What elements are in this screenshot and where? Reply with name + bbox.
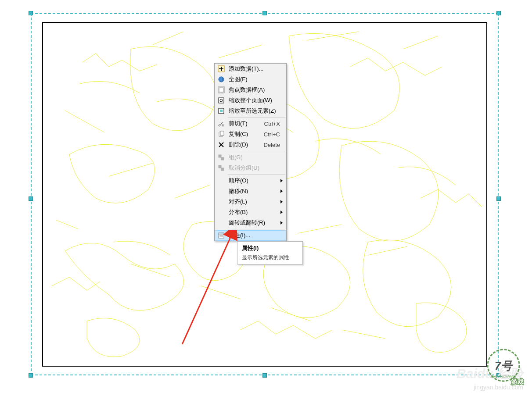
menu-label: 删除(D) bbox=[226, 141, 263, 149]
ungroup-icon bbox=[216, 164, 226, 172]
menu-separator bbox=[228, 151, 285, 151]
menu-ungroup: 取消分组(U) bbox=[215, 163, 286, 173]
menu-label: 焦点数据框(A) bbox=[226, 86, 284, 94]
menu-label: 对齐(L) bbox=[226, 198, 280, 206]
svg-rect-20 bbox=[221, 157, 224, 160]
focus-frame-icon bbox=[216, 86, 226, 94]
menu-separator bbox=[228, 229, 285, 229]
copy-icon bbox=[216, 130, 226, 139]
menu-full-extent[interactable]: 全图(F) bbox=[215, 74, 286, 85]
menu-label: 全图(F) bbox=[226, 75, 284, 83]
svg-rect-7 bbox=[219, 98, 224, 103]
menu-separator bbox=[228, 117, 285, 118]
menu-label: 微移(N) bbox=[226, 187, 280, 195]
menu-group: 组(G) bbox=[215, 152, 286, 163]
submenu-arrow-icon bbox=[280, 179, 283, 182]
svg-text:JIAOYOUXIWANG: JIAOYOUXIWANG bbox=[491, 375, 517, 378]
menu-align[interactable]: 对齐(L) bbox=[215, 196, 286, 207]
menu-distribute[interactable]: 分布(B) bbox=[215, 207, 286, 218]
svg-text:7号: 7号 bbox=[495, 359, 514, 372]
menu-focus-frame[interactable]: 焦点数据框(A) bbox=[215, 85, 286, 95]
menu-label: 缩放至所选元素(Z) bbox=[226, 107, 284, 115]
svg-rect-19 bbox=[219, 155, 221, 157]
selection-handle-nw[interactable] bbox=[29, 11, 33, 15]
menu-copy[interactable]: 复制(C) Ctrl+C bbox=[215, 129, 286, 139]
menu-nudge[interactable]: 微移(N) bbox=[215, 186, 286, 196]
tooltip-title: 属性(I) bbox=[242, 244, 298, 252]
cut-icon bbox=[216, 119, 226, 128]
tooltip: 属性(I) 显示所选元素的属性 bbox=[237, 241, 303, 264]
submenu-arrow-icon bbox=[280, 200, 283, 203]
menu-label: 旋转或翻转(R) bbox=[226, 219, 280, 227]
selection-handle-s[interactable] bbox=[262, 373, 267, 378]
svg-rect-10 bbox=[220, 110, 223, 112]
menu-label: 缩放整个页面(W) bbox=[226, 96, 284, 104]
selection-handle-ne[interactable] bbox=[496, 11, 501, 15]
menu-label: 剪切(T) bbox=[226, 120, 264, 128]
menu-rotate-flip[interactable]: 旋转或翻转(R) bbox=[215, 218, 286, 228]
menu-label: 顺序(O) bbox=[226, 177, 280, 185]
selection-handle-n[interactable] bbox=[262, 11, 267, 15]
menu-zoom-selected[interactable]: 缩放至所选元素(Z) bbox=[215, 106, 286, 116]
zoom-sel-icon bbox=[216, 107, 226, 115]
menu-label: 取消分组(U) bbox=[226, 164, 284, 172]
add-data-icon bbox=[216, 64, 226, 73]
menu-shortcut: Delete bbox=[263, 142, 284, 148]
selection-handle-se[interactable] bbox=[496, 373, 501, 378]
submenu-arrow-icon bbox=[280, 210, 283, 214]
svg-rect-25 bbox=[219, 233, 224, 234]
menu-cut[interactable]: 剪切(T) Ctrl+X bbox=[215, 118, 286, 129]
delete-icon bbox=[216, 140, 226, 149]
svg-point-29 bbox=[488, 350, 519, 381]
selection-handle-w[interactable] bbox=[29, 196, 33, 201]
svg-point-3 bbox=[219, 77, 224, 82]
menu-label: 复制(C) bbox=[226, 130, 264, 138]
menu-label: 添加数据(T)... bbox=[226, 65, 284, 73]
selection-handle-sw[interactable] bbox=[29, 373, 33, 378]
menu-delete[interactable]: 删除(D) Delete bbox=[215, 139, 286, 150]
menu-label: 属性(I)... bbox=[226, 232, 284, 239]
menu-label: 分布(B) bbox=[226, 208, 280, 216]
menu-properties[interactable]: 属性(I)... bbox=[215, 230, 286, 241]
watermark-brand: Baidu 经验 bbox=[457, 365, 523, 383]
selection-handle-e[interactable] bbox=[496, 196, 501, 201]
group-icon bbox=[216, 153, 226, 162]
menu-shortcut: Ctrl+X bbox=[264, 121, 284, 127]
context-menu: 添加数据(T)... 全图(F) 焦点数据框(A) 缩放整个页面(W) 缩放至所… bbox=[214, 63, 287, 241]
submenu-arrow-icon bbox=[280, 221, 283, 225]
tooltip-description: 显示所选元素的属性 bbox=[242, 254, 298, 261]
zoom-page-icon bbox=[216, 96, 226, 105]
menu-order[interactable]: 顺序(O) bbox=[215, 175, 286, 186]
menu-label: 组(G) bbox=[226, 153, 284, 161]
menu-separator bbox=[228, 174, 285, 175]
svg-text:游戏: 游戏 bbox=[511, 378, 524, 385]
properties-icon bbox=[216, 231, 226, 240]
menu-shortcut: Ctrl+C bbox=[264, 131, 284, 138]
menu-add-data[interactable]: 添加数据(T)... bbox=[215, 64, 286, 74]
submenu-arrow-icon bbox=[280, 189, 283, 193]
globe-icon bbox=[216, 75, 226, 84]
logo-7hao-games: 7号 JIAOYOUXIWANG 游戏 bbox=[482, 348, 525, 387]
svg-rect-16 bbox=[220, 131, 224, 136]
watermark-url: jingyan.baidu.com bbox=[474, 384, 523, 391]
menu-zoom-page[interactable]: 缩放整个页面(W) bbox=[215, 95, 286, 106]
